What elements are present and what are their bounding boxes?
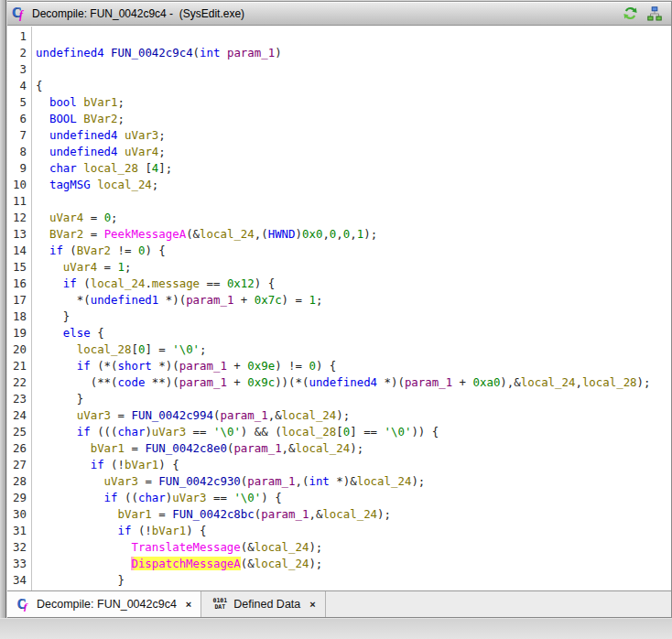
code-token[interactable]: ) [145, 425, 151, 439]
code-token[interactable]: 0 [104, 211, 111, 224]
code-token[interactable]: ( [193, 46, 200, 60]
code-token[interactable]: 0x12 [227, 276, 255, 290]
code-token[interactable] [118, 145, 125, 158]
code-token[interactable] [36, 211, 49, 224]
code-token[interactable]: + [227, 359, 247, 373]
code-token[interactable]: uVar4 [49, 211, 83, 224]
code-token[interactable]: , [322, 227, 329, 241]
code-token[interactable]: undefined4 [49, 145, 118, 158]
code-token[interactable]: ) = [282, 293, 309, 307]
code-token[interactable]: ) { [261, 491, 281, 504]
code-token[interactable]: )) { [411, 425, 439, 439]
code-line[interactable]: *(undefined1 *)(param_1 + 0x7c) = 1; [36, 293, 671, 309]
code-token[interactable] [36, 244, 49, 257]
code-token[interactable]: 1 [309, 293, 315, 307]
code-token[interactable]: = [83, 227, 103, 241]
code-line[interactable]: uVar4 = 1; [36, 260, 671, 276]
code-token[interactable]: (& [186, 227, 200, 241]
code-token[interactable] [36, 326, 63, 340]
code-line[interactable]: if (local_24.message == 0x12) { [36, 276, 671, 293]
code-token[interactable] [220, 46, 226, 60]
code-line[interactable]: else { [36, 326, 671, 342]
code-token[interactable]: bVar1 [91, 441, 125, 455]
code-token[interactable]: = [97, 260, 117, 274]
code-token[interactable]: undefined4 [36, 46, 104, 60]
code-token[interactable]: ) { [145, 244, 165, 257]
code-token[interactable]: *)& [330, 474, 357, 488]
code-token[interactable]: *)( [152, 359, 179, 373]
code-line[interactable]: bVar1 = FUN_0042c8bc(param_1,&local_24); [36, 507, 671, 524]
code-token[interactable]: code [118, 375, 146, 389]
code-token[interactable]: ] == [350, 425, 384, 439]
code-token[interactable]: ,& [309, 507, 322, 521]
code-line[interactable]: uVar4 = 0; [36, 211, 671, 227]
code-token[interactable]: 0xa0 [473, 375, 501, 389]
code-token[interactable]: ] = [145, 342, 172, 356]
code-token[interactable]: uVar3 [104, 474, 138, 488]
code-token[interactable]: uVar3 [152, 425, 186, 439]
code-token[interactable]: if [104, 491, 118, 504]
code-token[interactable]: ; [152, 178, 158, 191]
code-token[interactable] [36, 507, 118, 521]
code-token[interactable] [36, 112, 49, 125]
code-token[interactable]: local_24 [357, 474, 412, 488]
code-line[interactable] [36, 62, 671, 79]
code-token[interactable] [36, 95, 49, 109]
code-token[interactable]: HWND [268, 227, 296, 241]
code-token[interactable]: if [91, 458, 104, 471]
tab-decompile[interactable]: C f Decompile: FUN_0042c9c4 × [7, 591, 201, 617]
code-token[interactable]: TranslateMessage [131, 540, 240, 554]
code-token[interactable]: if [77, 359, 91, 373]
code-token[interactable]: if [77, 425, 91, 439]
code-token[interactable]: ); [637, 375, 651, 389]
code-token[interactable]: local_24 [200, 227, 255, 241]
code-line[interactable]: uVar3 = FUN_0042c994(param_1,&local_24); [36, 408, 671, 425]
code-token[interactable]: ) != [275, 359, 309, 373]
code-token[interactable] [36, 276, 63, 290]
code-token[interactable]: , [350, 227, 356, 241]
code-token[interactable] [36, 474, 104, 488]
code-line[interactable] [36, 194, 671, 211]
code-pane[interactable]: undefined4 FUN_0042c9c4(int param_1){ bo… [32, 27, 671, 590]
code-token[interactable]: param_1 [179, 375, 227, 389]
code-token[interactable]: bVar1 [83, 95, 117, 109]
code-token[interactable]: uVar4 [63, 260, 97, 274]
code-token[interactable] [36, 408, 77, 422]
code-token[interactable]: local_24 [97, 178, 152, 191]
code-token[interactable]: bVar1 [152, 524, 186, 537]
code-token[interactable]: tagMSG [49, 178, 91, 191]
code-token[interactable]: *)( [377, 375, 405, 389]
code-token[interactable]: (( [118, 491, 138, 504]
code-token[interactable]: '\0' [213, 425, 241, 439]
code-token[interactable]: (*( [91, 359, 118, 373]
code-token[interactable]: == [200, 276, 227, 290]
code-token[interactable]: undefined4 [49, 128, 118, 142]
code-token[interactable] [36, 540, 131, 554]
code-token[interactable] [36, 524, 118, 537]
code-token[interactable]: param_1 [186, 293, 233, 307]
code-token[interactable]: ; [200, 342, 206, 356]
refresh-icon[interactable] [623, 5, 638, 21]
code-token[interactable]: ); [377, 507, 391, 521]
code-token[interactable]: = [125, 441, 145, 455]
code-token[interactable]: + [452, 375, 472, 389]
graph-icon[interactable] [646, 5, 662, 21]
code-token[interactable] [36, 458, 91, 471]
code-token[interactable]: FUN_0042c9c4 [111, 46, 193, 60]
code-token[interactable]: bool [49, 95, 77, 109]
code-line[interactable]: tagMSG local_24; [36, 178, 671, 194]
code-token[interactable]: ); [411, 474, 425, 488]
code-token[interactable]: != [111, 244, 138, 257]
code-token[interactable]: message [152, 276, 200, 290]
code-token[interactable] [118, 128, 125, 142]
code-token[interactable]: local_24 [322, 507, 377, 521]
code-line[interactable]: TranslateMessage(&local_24); [36, 540, 671, 557]
code-token[interactable]: ; [158, 145, 165, 158]
code-token[interactable]: { [36, 79, 42, 92]
code-token[interactable]: bVar1 [125, 458, 158, 471]
code-token[interactable]: BOOL [49, 112, 77, 125]
code-token[interactable]: param_1 [233, 441, 281, 455]
code-token[interactable]: param_1 [247, 474, 295, 488]
code-token[interactable]: ; [316, 293, 322, 307]
code-token[interactable] [36, 145, 49, 158]
